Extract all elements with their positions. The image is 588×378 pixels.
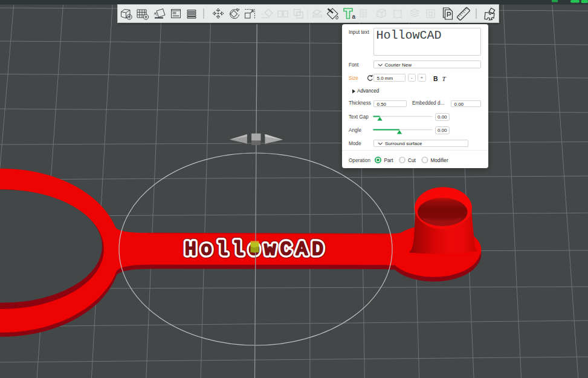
svg-text:a: a	[352, 13, 356, 20]
